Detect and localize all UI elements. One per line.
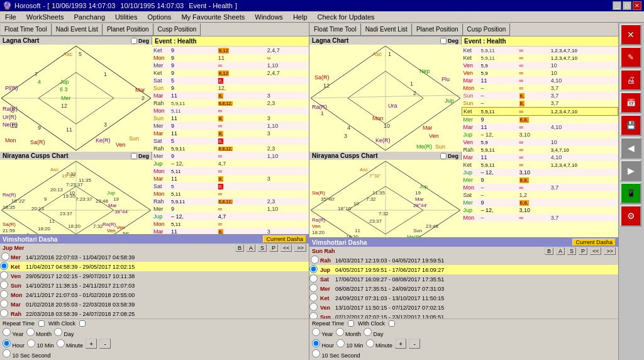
- right-lagna-deg-check[interactable]: [440, 38, 447, 44]
- left-10min-radio[interactable]: [27, 339, 35, 347]
- svg-text:Ven: Ven: [312, 223, 321, 229]
- save-btn[interactable]: 💾: [620, 115, 641, 136]
- maximize-btn[interactable]: □: [623, 1, 631, 10]
- left-month-radio[interactable]: [26, 328, 35, 336]
- right-dasha-s[interactable]: S: [567, 247, 576, 255]
- left-dasha-radio-7[interactable]: [0, 309, 8, 317]
- left-10sec-radio[interactable]: [3, 349, 11, 357]
- right-minus-btn[interactable]: -: [409, 339, 420, 349]
- left-with-clock-check[interactable]: [79, 320, 86, 327]
- right-with-clock-check[interactable]: [389, 320, 395, 327]
- print-btn[interactable]: 🖨: [620, 69, 641, 91]
- right-dasha-prev[interactable]: <<: [590, 247, 602, 255]
- left-float-time-tool[interactable]: Float Time Tool: [0, 23, 52, 36]
- right-minute-radio[interactable]: [366, 339, 374, 347]
- right-dasha-radio-3[interactable]: [309, 274, 318, 283]
- dasha-row: Rah16/03/2017 12:19:03 - 04/05/2017 19:5…: [309, 256, 618, 265]
- left-dasha-next[interactable]: >>: [294, 244, 306, 252]
- edit-btn[interactable]: ✎: [620, 47, 641, 68]
- right-event-header: Event : Health: [462, 37, 618, 47]
- right-10sec-radio[interactable]: [312, 349, 320, 357]
- right-dasha-p[interactable]: P: [579, 247, 587, 255]
- calendar-btn[interactable]: 📅: [620, 92, 641, 113]
- right-10min-radio[interactable]: [336, 339, 345, 347]
- left-lagna-deg-check[interactable]: [131, 38, 137, 44]
- right-planet-position[interactable]: Planet Position: [412, 23, 463, 36]
- left-dasha-b[interactable]: B: [235, 244, 244, 252]
- left-dasha-a[interactable]: A: [247, 244, 255, 252]
- right-lagna-chart: Lagna Chart Deg: [309, 37, 461, 152]
- left-year-radio[interactable]: [3, 328, 11, 336]
- settings-btn[interactable]: ⚙: [620, 205, 641, 227]
- right-dasha-a[interactable]: A: [556, 247, 565, 255]
- right-day-radio[interactable]: [364, 328, 372, 336]
- right-month-radio[interactable]: [336, 328, 344, 336]
- right-repeat-time-check[interactable]: [348, 320, 354, 327]
- right-float-time-tool[interactable]: Float Time Tool: [309, 23, 361, 36]
- right-dasha-radio-4[interactable]: [309, 284, 318, 292]
- right-dasha-radio-5[interactable]: [309, 293, 318, 301]
- right-dasha-next[interactable]: >>: [604, 247, 616, 255]
- event-row: Mar 11 8, 3: [152, 92, 309, 99]
- forward-btn[interactable]: ▶: [620, 160, 641, 181]
- left-nadi-event-list[interactable]: Nadi Event List: [52, 23, 103, 36]
- event-row: Mar 11 ═ 4,10: [462, 123, 618, 131]
- menu-worksheets[interactable]: WorkSheets: [24, 13, 67, 21]
- left-planet-position[interactable]: Planet Position: [103, 23, 153, 36]
- left-day-radio[interactable]: [54, 328, 62, 336]
- menu-help[interactable]: Help: [291, 13, 310, 21]
- left-hour-radio[interactable]: [3, 339, 11, 347]
- right-plus-btn[interactable]: +: [395, 339, 406, 349]
- menu-windows[interactable]: Windows: [252, 13, 286, 21]
- right-dasha-b[interactable]: B: [545, 247, 553, 255]
- close-tool-btn[interactable]: ✕: [620, 24, 641, 45]
- right-dasha-radio-6[interactable]: [309, 303, 318, 311]
- left-dasha-radio-2[interactable]: [0, 262, 8, 270]
- menu-favourites[interactable]: My Favourite Sheets: [179, 13, 247, 21]
- left-dasha-p[interactable]: P: [269, 244, 278, 252]
- left-dasha-radio-3[interactable]: [0, 271, 8, 279]
- right-nadi-event-list[interactable]: Nadi Event List: [361, 23, 412, 36]
- left-dasha-radio-6[interactable]: [0, 300, 8, 308]
- svg-text:9: 9: [44, 196, 47, 202]
- left-lagna-svg: Pl(R) Ra(R) 8 Ur(R) Ne(R) 12 Mon Sa(R) A…: [0, 45, 152, 152]
- event-row: Sun – 8, 3,7: [462, 92, 618, 99]
- right-dasha-radio-7[interactable]: [309, 312, 318, 318]
- right-hour-radio[interactable]: [312, 339, 320, 347]
- left-nirayana-deg-check[interactable]: [131, 153, 137, 159]
- right-cusp-position[interactable]: Cusp Position: [463, 23, 511, 36]
- left-dasha-radio-1[interactable]: [1, 252, 9, 261]
- dasha-row: Sun14/10/2017 11:38:15 - 24/11/2017 21:0…: [0, 281, 309, 290]
- left-repeat-time-check[interactable]: [38, 320, 45, 327]
- svg-text:Ra(R): Ra(R): [3, 192, 16, 198]
- right-dasha-radio-2[interactable]: [309, 265, 318, 273]
- left-dasha-s[interactable]: S: [258, 244, 267, 252]
- close-btn[interactable]: ✕: [633, 1, 641, 10]
- dasha-row: Ven29/05/2017 12:02:15 - 29/07/2017 10:1…: [0, 271, 309, 281]
- title-bar: 🔮 Horosoft - [ 10/06/1993 14:07:03 10/10…: [0, 0, 644, 11]
- menu-options[interactable]: Options: [145, 13, 174, 21]
- event-row: Mon – ═ 3,7: [462, 184, 618, 191]
- left-minus-btn[interactable]: -: [99, 339, 111, 349]
- minimize-btn[interactable]: _: [613, 1, 621, 10]
- left-dasha-prev[interactable]: <<: [280, 244, 292, 252]
- left-dasha-radio-5[interactable]: [0, 290, 8, 298]
- mobile-btn[interactable]: 📱: [620, 183, 641, 204]
- left-minute-radio[interactable]: [57, 339, 65, 347]
- event-row: Sun 9 12,: [152, 84, 309, 92]
- right-nirayana-deg-check[interactable]: [440, 153, 447, 159]
- left-dasha-radio-4[interactable]: [0, 281, 8, 289]
- menu-file[interactable]: File: [3, 13, 19, 21]
- right-current-dasha-btn[interactable]: Current Dasha: [572, 239, 616, 246]
- menu-panchang[interactable]: Panchang: [71, 13, 108, 21]
- menu-utilities[interactable]: Utilities: [113, 13, 140, 21]
- left-current-dasha-btn[interactable]: Current Dasha: [263, 235, 306, 243]
- back-btn[interactable]: ◀: [620, 137, 641, 159]
- left-plus-btn[interactable]: +: [86, 339, 97, 349]
- event-row: Mer 9 6,8,: [462, 176, 618, 184]
- right-year-radio[interactable]: [312, 328, 320, 336]
- menu-check-updates[interactable]: Check for Updates: [315, 13, 377, 21]
- right-dasha-radio-1[interactable]: [311, 256, 319, 264]
- left-vimshottari-title: Vimshottari Dasha Current Dasha: [0, 235, 309, 244]
- left-cusp-position[interactable]: Cusp Position: [153, 23, 201, 36]
